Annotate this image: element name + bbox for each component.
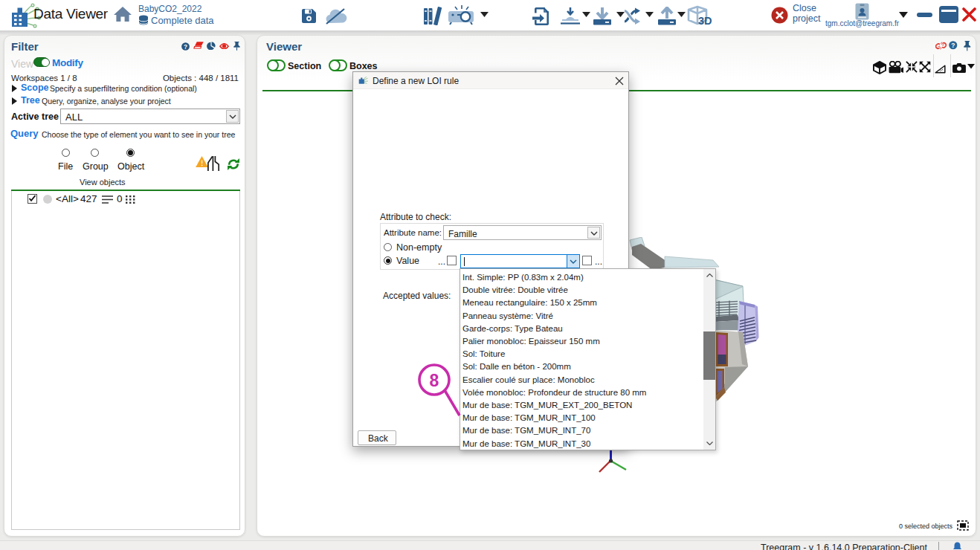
svg-text:?: ?	[184, 43, 187, 50]
svg-text:8: 8	[430, 371, 439, 390]
svg-text:?: ?	[951, 42, 955, 49]
